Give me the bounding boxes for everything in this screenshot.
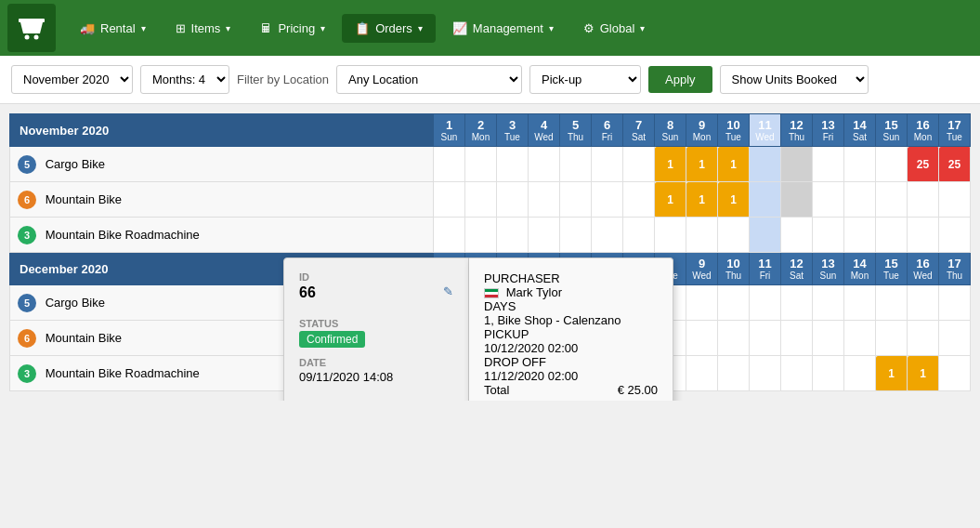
cal-cell[interactable] [623,147,655,182]
cal-cell[interactable] [908,182,939,218]
popup-left-panel: ID 66 ✎ STATUS Confirmed DATE 09/11/2020… [283,257,469,401]
cal-cell[interactable] [750,285,781,321]
cal-cell[interactable] [497,218,529,253]
cal-cell[interactable] [623,182,655,218]
cal-cell-red[interactable]: 25 [939,147,971,182]
cal-cell[interactable] [781,285,813,321]
pickup-select[interactable]: Pick-up [529,65,641,94]
edit-icon[interactable]: ✎ [443,284,453,298]
cal-cell[interactable] [434,147,465,182]
cal-cell[interactable] [465,147,497,182]
cal-cell[interactable] [718,321,750,356]
italy-flag [484,288,499,298]
cal-cell-booked[interactable]: 1 [655,182,686,218]
cal-cell-booked[interactable]: 1 [686,147,718,182]
show-units-select[interactable]: Show Units Booked [720,65,869,94]
cal-cell[interactable] [813,321,844,356]
cal-cell-past[interactable] [781,147,813,182]
cal-cell[interactable] [560,182,592,218]
cal-cell[interactable] [718,218,750,253]
cal-cell-booked[interactable]: 1 [718,182,750,218]
cal-cell[interactable] [560,147,592,182]
cal-cell[interactable] [876,182,908,218]
nav-orders[interactable]: 📋 Orders ▾ [342,14,436,43]
cal-cell[interactable] [686,356,718,391]
cal-cell[interactable] [592,147,623,182]
cal-cell[interactable] [781,356,813,391]
popup-dropoff-value: 11/12/2020 02:00 [484,369,658,383]
cal-cell[interactable] [465,218,497,253]
nov-day-2: 2Mon [465,114,497,147]
cal-cell[interactable] [813,182,844,218]
cal-cell[interactable] [686,218,718,253]
cal-cell[interactable] [939,218,971,253]
cal-cell[interactable] [908,218,939,253]
cal-cell-red[interactable]: 25 [908,147,939,182]
cal-cell[interactable] [560,218,592,253]
cal-cell[interactable] [497,147,529,182]
cal-cell[interactable] [939,356,971,391]
cal-cell[interactable] [592,182,623,218]
nav-rental[interactable]: 🚚 Rental ▾ [67,14,159,43]
cal-cell[interactable] [529,147,560,182]
cal-cell[interactable] [718,285,750,321]
cal-cell-today[interactable] [750,182,781,218]
cal-cell[interactable] [781,218,813,253]
nav-global[interactable]: ⚙ Global ▾ [570,14,659,43]
popup-status-label: STATUS [299,318,453,329]
cal-cell[interactable] [718,356,750,391]
cal-cell[interactable] [844,356,876,391]
cal-cell-past[interactable] [781,182,813,218]
cal-cell[interactable] [750,356,781,391]
location-select[interactable]: Any Location [336,65,522,94]
cal-cell[interactable] [876,218,908,253]
cal-cell-booked[interactable]: 1 [655,147,686,182]
cal-cell[interactable] [529,218,560,253]
cal-cell[interactable] [908,321,939,356]
cal-cell[interactable] [781,321,813,356]
nav-pricing[interactable]: 🖩 Pricing ▾ [247,14,338,43]
nav-management[interactable]: 📈 Management ▾ [439,14,567,43]
cal-cell[interactable] [939,285,971,321]
cal-cell-booked[interactable]: 1 [876,356,908,391]
cal-cell[interactable] [686,321,718,356]
cal-cell[interactable] [750,321,781,356]
cal-cell-booked[interactable]: 1 [718,147,750,182]
cal-cell[interactable] [939,182,971,218]
nav-items[interactable]: ⊞ Items ▾ [163,14,244,43]
cal-cell[interactable] [844,285,876,321]
cal-cell[interactable] [813,147,844,182]
cal-cell[interactable] [844,182,876,218]
cal-cell[interactable] [434,218,465,253]
table-row: 3 Mountain Bike Roadmachine [10,218,971,253]
apply-button[interactable]: Apply [648,66,712,93]
cal-cell[interactable] [813,285,844,321]
cal-cell[interactable] [876,147,908,182]
cal-cell[interactable] [529,182,560,218]
cal-cell[interactable] [813,356,844,391]
cal-cell[interactable] [844,321,876,356]
cal-cell-today[interactable] [750,218,781,253]
calendar-area: November 2020 1Sun 2Mon 3Tue 4Wed 5Thu 6… [0,104,980,401]
month-select[interactable]: November 2020 [11,65,133,94]
cal-cell[interactable] [876,285,908,321]
cal-cell[interactable] [844,147,876,182]
cal-cell[interactable] [939,321,971,356]
cal-cell[interactable] [876,321,908,356]
cal-cell-booked[interactable]: 1 [686,182,718,218]
cal-cell[interactable] [497,182,529,218]
cal-cell-today[interactable] [750,147,781,182]
months-count-select[interactable]: Months: 4 [140,65,229,94]
cal-cell-booked[interactable]: 1 [908,356,939,391]
cal-cell[interactable] [465,182,497,218]
cal-cell[interactable] [908,285,939,321]
cal-cell[interactable] [592,218,623,253]
roadmachine-dec-badge: 3 [18,364,36,383]
cal-cell[interactable] [844,218,876,253]
cal-cell[interactable] [623,218,655,253]
mountain-bike-dec-name: Mountain Bike [46,331,122,345]
cal-cell[interactable] [434,182,465,218]
cal-cell[interactable] [686,285,718,321]
cal-cell[interactable] [813,218,844,253]
cal-cell[interactable] [655,218,686,253]
